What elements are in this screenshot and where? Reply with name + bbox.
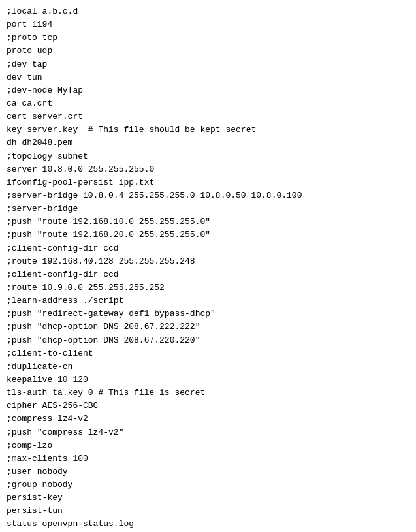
code-content: ;local a.b.c.d port 1194 ;proto tcp prot… [7,5,409,532]
